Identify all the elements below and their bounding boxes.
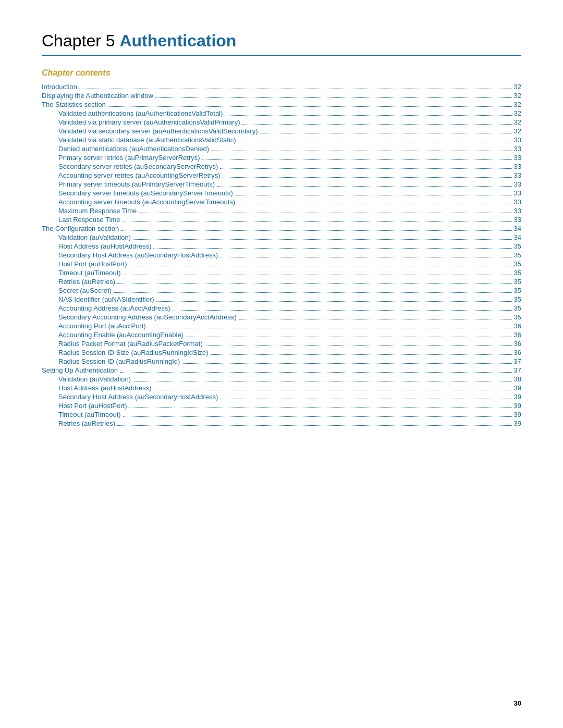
toc-label: Timeout (auTimeout): [58, 269, 121, 277]
toc-dots: [129, 266, 512, 266]
toc-page: 33: [514, 180, 521, 188]
toc-label: Setting Up Authentication: [42, 366, 118, 374]
toc-item: Validation (auValidation)38: [58, 375, 521, 383]
toc-dots: [123, 416, 512, 417]
toc-page: 32: [514, 109, 521, 117]
toc-page: 35: [514, 251, 521, 259]
toc-dots: [173, 310, 512, 311]
toc-item: The Statistics section32: [42, 101, 521, 108]
toc-dots: [120, 372, 512, 373]
toc-page: 36: [514, 349, 521, 356]
toc-label: Retries (auRetries): [58, 278, 115, 286]
toc-page: 37: [514, 366, 521, 374]
toc-label: Accounting Address (auAcctAddress): [58, 304, 170, 312]
toc-label: Secondary Host Address (auSecondaryHostA…: [58, 393, 218, 401]
toc-item: Secondary Accounting Address (auSecondar…: [58, 313, 521, 321]
toc-page: 39: [514, 419, 521, 427]
toc-item: Primary server timeouts (auPrimaryServer…: [58, 180, 521, 188]
toc-label: Primary server retries (auPrimaryServerR…: [58, 154, 200, 162]
toc-item: Timeout (auTimeout)39: [58, 411, 521, 418]
toc-label: Host Address (auHostAddress): [58, 242, 151, 250]
toc-label: Validated via static database (auAuthent…: [58, 136, 236, 144]
toc-dots: [117, 425, 511, 426]
toc-item: Host Address (auHostAddress)39: [58, 384, 521, 392]
toc-dots: [156, 301, 512, 302]
toc-page: 35: [514, 278, 521, 286]
toc-label: Host Address (auHostAddress): [58, 384, 151, 392]
toc-label: NAS Identifier (auNASIdentifier): [58, 295, 154, 303]
toc-item: Accounting Port (auAcctPort)36: [58, 322, 521, 330]
toc-dots: [225, 115, 511, 116]
toc-page: 35: [514, 304, 521, 312]
toc-dots: [153, 248, 511, 249]
toc-item: Retries (auRetries)39: [58, 419, 521, 427]
toc-label: Validated via secondary server (auAuthen…: [58, 127, 258, 135]
toc-dots: [237, 204, 511, 204]
toc-item: Validated authentications (auAuthenticat…: [58, 109, 521, 117]
toc-item: Last Response Time33: [58, 216, 521, 224]
toc-page: 33: [514, 154, 521, 162]
toc-dots: [239, 319, 512, 319]
toc-dots: [121, 230, 511, 231]
toc-page: 33: [514, 145, 521, 153]
toc-item: Introduction32: [42, 83, 521, 91]
toc-page: 35: [514, 313, 521, 321]
toc-page: 35: [514, 287, 521, 294]
toc-label: Accounting Enable (auAccountingEnable): [58, 331, 183, 339]
toc-item: Secondary server retries (auSecondarySer…: [58, 163, 521, 170]
toc-label: Secondary server timeouts (auSecondarySe…: [58, 189, 233, 197]
toc-dots: [260, 133, 512, 133]
toc-item: Secondary Host Address (auSecondaryHostA…: [58, 251, 521, 259]
toc-item: Host Port (auHostPort)35: [58, 260, 521, 268]
toc-item: Validated via static database (auAuthent…: [58, 136, 521, 144]
toc-dots: [123, 221, 512, 222]
toc-dots: [242, 124, 512, 125]
toc-dots: [235, 195, 512, 195]
toc-label: Accounting server retries (auAccountingS…: [58, 171, 221, 179]
toc-dots: [155, 97, 512, 98]
toc-dots: [123, 275, 512, 275]
toc-item: Accounting Address (auAcctAddress)35: [58, 304, 521, 312]
toc-dots: [238, 142, 512, 142]
toc-dots: [220, 257, 511, 257]
toc-dots: [153, 390, 511, 390]
toc-item: Validated via secondary server (auAuthen…: [58, 127, 521, 135]
toc-page: 33: [514, 207, 521, 215]
toc-dots: [186, 337, 512, 337]
toc-item: Secondary Host Address (auSecondaryHostA…: [58, 393, 521, 401]
toc-item: Validated via primary server (auAuthenti…: [58, 118, 521, 126]
toc-page: 35: [514, 295, 521, 303]
chapter-prefix: Chapter 5: [42, 31, 119, 50]
toc-page: 36: [514, 331, 521, 339]
toc-label: Radius Packet Format (auRadiusPacketForm…: [58, 340, 203, 348]
toc-item: Secondary server timeouts (auSecondarySe…: [58, 189, 521, 197]
toc-dots: [133, 381, 512, 381]
toc-dots: [211, 151, 511, 151]
toc-label: Secondary Accounting Address (auSecondar…: [58, 313, 237, 321]
toc-label: Validation (auValidation): [58, 233, 131, 241]
toc-label: The Configuration section: [42, 225, 119, 232]
toc-page: 33: [514, 189, 521, 197]
toc-item: Denied authentications (auAuthentication…: [58, 145, 521, 153]
toc-dots: [108, 106, 512, 107]
toc-page: 35: [514, 269, 521, 277]
toc-item: Accounting Enable (auAccountingEnable)36: [58, 331, 521, 339]
toc-item: The Configuration section34: [42, 225, 521, 232]
toc-page: 39: [514, 411, 521, 418]
toc-label: Introduction: [42, 83, 77, 91]
toc-item: Accounting server retries (auAccountingS…: [58, 171, 521, 179]
toc-item: Retries (auRetries)35: [58, 278, 521, 286]
toc-item: Secret (auSecret)35: [58, 287, 521, 294]
toc-dots: [182, 363, 511, 364]
toc-dots: [133, 239, 512, 240]
toc-page: 34: [514, 225, 521, 232]
toc-label: Denied authentications (auAuthentication…: [58, 145, 209, 153]
toc-dots: [217, 186, 512, 187]
toc-item: Host Port (auHostPort)39: [58, 402, 521, 410]
chapter-contents-heading: Chapter contents: [42, 68, 521, 78]
chapter-divider: [42, 55, 521, 56]
toc-item: Accounting server timeouts (auAccounting…: [58, 198, 521, 206]
toc-item: Radius Session ID (auRadiusRunningId)37: [58, 357, 521, 365]
toc-label: Retries (auRetries): [58, 419, 115, 427]
toc-item: Validation (auValidation)34: [58, 233, 521, 241]
